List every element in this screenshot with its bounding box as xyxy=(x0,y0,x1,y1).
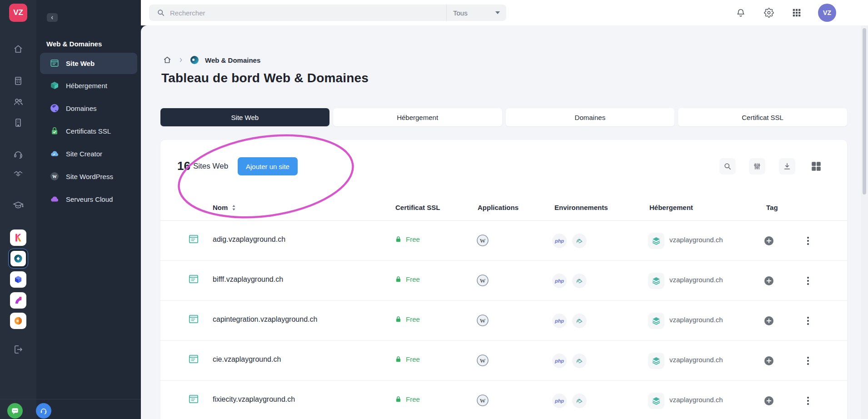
column-header-certificat-ssl: Certificat SSL xyxy=(395,204,440,211)
add-tag-button[interactable] xyxy=(763,355,774,366)
filters-sliders-icon[interactable] xyxy=(749,158,765,175)
apps-grid-icon[interactable] xyxy=(792,8,802,18)
row-menu-button[interactable] xyxy=(803,315,813,326)
sidebar-item-site-wordpress[interactable]: W Site WordPress xyxy=(36,165,141,187)
ssl-status: Free xyxy=(394,315,420,323)
calculator-icon[interactable] xyxy=(13,75,24,86)
magenta-app-icon[interactable] xyxy=(10,292,26,309)
logout-icon[interactable] xyxy=(13,344,24,355)
scrollbar-thumb[interactable] xyxy=(863,28,866,195)
site-web-icon xyxy=(50,58,60,68)
users-icon[interactable] xyxy=(13,96,24,107)
hosting-stack-icon xyxy=(648,233,664,249)
sidebar-item-serveurs-cloud[interactable]: Serveurs Cloud xyxy=(36,188,141,210)
web-domains-app-icon-active[interactable] xyxy=(8,249,28,269)
row-menu-button[interactable] xyxy=(803,275,813,286)
row-menu-button[interactable] xyxy=(803,235,813,246)
column-header-nom[interactable]: Nom xyxy=(213,204,236,211)
chevron-right-icon xyxy=(178,57,184,63)
support-headset-button[interactable] xyxy=(36,403,51,419)
mysql-icon xyxy=(572,354,587,368)
sidebar-bottom-divider xyxy=(0,399,141,399)
sidebar-item-label: Site Web xyxy=(66,60,95,67)
user-avatar[interactable]: VZ xyxy=(818,4,836,22)
add-site-button[interactable]: Ajouter un site xyxy=(238,157,298,175)
grid-view-icon[interactable] xyxy=(809,159,823,174)
table-row[interactable]: fixiecity.vzaplayground.ch Free W php vz… xyxy=(160,381,847,419)
notifications-bell-icon[interactable] xyxy=(736,8,746,18)
brand-logo[interactable]: VZ xyxy=(9,4,27,22)
kebab-menu-icon xyxy=(803,395,813,406)
search-input[interactable] xyxy=(165,9,446,17)
row-menu-button[interactable] xyxy=(803,355,813,366)
add-tag-button[interactable] xyxy=(763,315,774,326)
page-title: Tableau de bord Web & Domaines xyxy=(161,71,369,85)
search-icon[interactable] xyxy=(719,158,736,175)
add-tag-button[interactable] xyxy=(763,395,774,406)
add-tag-button[interactable] xyxy=(763,275,774,286)
add-tag-button[interactable] xyxy=(763,235,774,246)
sidebar-item-site-web[interactable]: Site Web xyxy=(36,52,141,74)
sidebar-item-certificats-ssl[interactable]: Certificats SSL xyxy=(36,120,141,142)
graduation-cap-icon[interactable] xyxy=(13,200,24,211)
site-name[interactable]: cie.vzaplayground.ch xyxy=(213,355,281,364)
collapse-sidebar-button[interactable] xyxy=(47,13,58,22)
search-bar: Tous xyxy=(149,5,506,21)
hosting-stack-icon xyxy=(648,393,664,409)
lock-icon xyxy=(394,275,402,283)
sidebar-item-site-creator[interactable]: Site Creator xyxy=(36,143,141,165)
settings-gear-icon[interactable] xyxy=(764,8,774,18)
wordpress-icon: W xyxy=(50,171,60,181)
website-icon xyxy=(188,393,200,405)
column-header-environnements: Environnements xyxy=(554,204,608,211)
table-row[interactable]: cie.vzaplayground.ch Free W php vzaplayg… xyxy=(160,341,847,381)
orange-app-icon[interactable] xyxy=(10,313,26,329)
breadcrumb-label[interactable]: Web & Domaines xyxy=(205,56,260,64)
blue-cube-app-icon[interactable] xyxy=(10,271,26,288)
building-icon[interactable] xyxy=(13,117,24,128)
handshake-icon[interactable] xyxy=(13,169,24,180)
tab-domaines[interactable]: Domaines xyxy=(506,108,675,126)
sort-icon xyxy=(231,205,236,211)
tab-site-web[interactable]: Site Web xyxy=(160,108,329,126)
plus-circle-icon xyxy=(763,235,774,246)
column-header-tag: Tag xyxy=(766,204,778,211)
download-icon[interactable] xyxy=(779,158,795,175)
hosting-name[interactable]: vzaplayground.ch xyxy=(669,356,723,364)
domains-globe-icon xyxy=(50,103,60,113)
sidebar-item-hebergement[interactable]: Hébergement xyxy=(36,75,141,96)
php-badge: php xyxy=(552,274,567,288)
chat-bubble-button[interactable] xyxy=(7,403,23,419)
search-icon xyxy=(149,8,165,17)
php-badge: php xyxy=(552,234,567,248)
home-icon[interactable] xyxy=(163,55,172,65)
tab-hebergement[interactable]: Hébergement xyxy=(333,108,502,126)
home-icon[interactable] xyxy=(13,44,24,55)
table-row[interactable]: bifff.vzaplayground.ch Free W php vzapla… xyxy=(160,261,847,301)
site-name[interactable]: capintegration.vzaplayground.ch xyxy=(213,315,317,324)
site-name[interactable]: bifff.vzaplayground.ch xyxy=(213,275,283,284)
svg-text:W: W xyxy=(480,317,486,324)
wordpress-icon: W xyxy=(476,234,489,247)
headset-icon[interactable] xyxy=(13,149,24,160)
table-row[interactable]: capintegration.vzaplayground.ch Free W p… xyxy=(160,301,847,341)
sidebar-panel: Web & Domaines Site Web Hébergement Doma… xyxy=(36,0,141,419)
row-menu-button[interactable] xyxy=(803,395,813,406)
sidebar-item-domaines[interactable]: Domaines xyxy=(36,97,141,119)
k-app-icon[interactable] xyxy=(10,229,26,246)
hosting-name[interactable]: vzaplayground.ch xyxy=(669,396,723,404)
site-name[interactable]: adig.vzaplayground.ch xyxy=(213,235,285,244)
hosting-name[interactable]: vzaplayground.ch xyxy=(669,236,723,244)
site-name[interactable]: fixiecity.vzaplayground.ch xyxy=(213,395,295,404)
hosting-name[interactable]: vzaplayground.ch xyxy=(669,276,723,284)
card-header: 16 Sites Web Ajouter un site xyxy=(160,140,847,185)
table-row[interactable]: adig.vzaplayground.ch Free W php vzaplay… xyxy=(160,221,847,261)
hosting-name[interactable]: vzaplayground.ch xyxy=(669,316,723,324)
tab-certificat-ssl[interactable]: Certificat SSL xyxy=(678,108,847,126)
lock-icon xyxy=(394,315,402,323)
ssl-status: Free xyxy=(394,395,420,403)
php-badge: php xyxy=(552,354,567,368)
table-header-row: Nom Certificat SSL Applications Environn… xyxy=(160,185,847,221)
search-scope-dropdown[interactable]: Tous xyxy=(446,5,506,21)
cloud-server-icon xyxy=(50,194,60,204)
